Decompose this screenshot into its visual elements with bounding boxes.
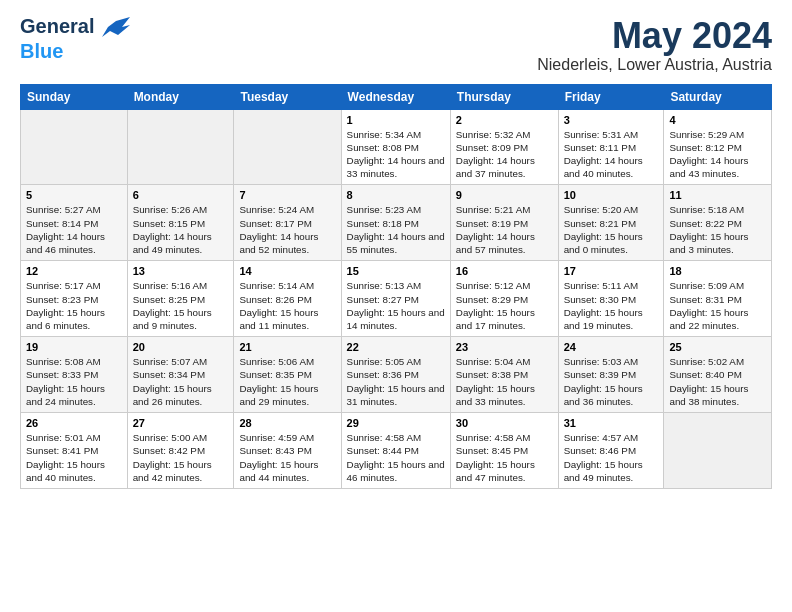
day-info: Sunrise: 5:17 AMSunset: 8:23 PMDaylight:… — [26, 279, 122, 332]
day-number: 7 — [239, 189, 335, 201]
calendar-cell: 9Sunrise: 5:21 AMSunset: 8:19 PMDaylight… — [450, 185, 558, 261]
logo-general: General — [20, 15, 94, 37]
day-info: Sunrise: 5:24 AMSunset: 8:17 PMDaylight:… — [239, 203, 335, 256]
calendar-cell: 29Sunrise: 4:58 AMSunset: 8:44 PMDayligh… — [341, 413, 450, 489]
calendar-cell: 17Sunrise: 5:11 AMSunset: 8:30 PMDayligh… — [558, 261, 664, 337]
day-info: Sunrise: 5:26 AMSunset: 8:15 PMDaylight:… — [133, 203, 229, 256]
calendar-cell: 1Sunrise: 5:34 AMSunset: 8:08 PMDaylight… — [341, 109, 450, 185]
day-number: 24 — [564, 341, 659, 353]
day-info: Sunrise: 5:23 AMSunset: 8:18 PMDaylight:… — [347, 203, 445, 256]
calendar-week-row: 1Sunrise: 5:34 AMSunset: 8:08 PMDaylight… — [21, 109, 772, 185]
day-number: 25 — [669, 341, 766, 353]
calendar-cell: 3Sunrise: 5:31 AMSunset: 8:11 PMDaylight… — [558, 109, 664, 185]
logo-blue: Blue — [20, 40, 63, 62]
day-number: 17 — [564, 265, 659, 277]
day-number: 15 — [347, 265, 445, 277]
day-number: 21 — [239, 341, 335, 353]
day-number: 28 — [239, 417, 335, 429]
day-info: Sunrise: 5:16 AMSunset: 8:25 PMDaylight:… — [133, 279, 229, 332]
day-info: Sunrise: 5:05 AMSunset: 8:36 PMDaylight:… — [347, 355, 445, 408]
calendar-cell: 13Sunrise: 5:16 AMSunset: 8:25 PMDayligh… — [127, 261, 234, 337]
calendar-week-row: 12Sunrise: 5:17 AMSunset: 8:23 PMDayligh… — [21, 261, 772, 337]
day-info: Sunrise: 5:03 AMSunset: 8:39 PMDaylight:… — [564, 355, 659, 408]
calendar-cell: 21Sunrise: 5:06 AMSunset: 8:35 PMDayligh… — [234, 337, 341, 413]
calendar: Sunday Monday Tuesday Wednesday Thursday… — [20, 84, 772, 489]
day-info: Sunrise: 5:14 AMSunset: 8:26 PMDaylight:… — [239, 279, 335, 332]
calendar-week-row: 19Sunrise: 5:08 AMSunset: 8:33 PMDayligh… — [21, 337, 772, 413]
day-number: 1 — [347, 114, 445, 126]
page-subtitle: Niederleis, Lower Austria, Austria — [537, 56, 772, 74]
calendar-header-row: Sunday Monday Tuesday Wednesday Thursday… — [21, 84, 772, 109]
day-number: 5 — [26, 189, 122, 201]
calendar-cell: 28Sunrise: 4:59 AMSunset: 8:43 PMDayligh… — [234, 413, 341, 489]
day-info: Sunrise: 5:29 AMSunset: 8:12 PMDaylight:… — [669, 128, 766, 181]
day-info: Sunrise: 5:21 AMSunset: 8:19 PMDaylight:… — [456, 203, 553, 256]
calendar-week-row: 26Sunrise: 5:01 AMSunset: 8:41 PMDayligh… — [21, 413, 772, 489]
day-number: 23 — [456, 341, 553, 353]
day-number: 8 — [347, 189, 445, 201]
day-number: 18 — [669, 265, 766, 277]
calendar-cell: 25Sunrise: 5:02 AMSunset: 8:40 PMDayligh… — [664, 337, 772, 413]
calendar-cell: 15Sunrise: 5:13 AMSunset: 8:27 PMDayligh… — [341, 261, 450, 337]
day-info: Sunrise: 5:32 AMSunset: 8:09 PMDaylight:… — [456, 128, 553, 181]
col-tuesday: Tuesday — [234, 84, 341, 109]
day-info: Sunrise: 5:13 AMSunset: 8:27 PMDaylight:… — [347, 279, 445, 332]
calendar-cell: 16Sunrise: 5:12 AMSunset: 8:29 PMDayligh… — [450, 261, 558, 337]
day-info: Sunrise: 4:58 AMSunset: 8:45 PMDaylight:… — [456, 431, 553, 484]
day-info: Sunrise: 5:08 AMSunset: 8:33 PMDaylight:… — [26, 355, 122, 408]
day-info: Sunrise: 4:58 AMSunset: 8:44 PMDaylight:… — [347, 431, 445, 484]
day-number: 20 — [133, 341, 229, 353]
day-number: 9 — [456, 189, 553, 201]
day-number: 13 — [133, 265, 229, 277]
day-number: 26 — [26, 417, 122, 429]
calendar-cell: 27Sunrise: 5:00 AMSunset: 8:42 PMDayligh… — [127, 413, 234, 489]
calendar-cell: 22Sunrise: 5:05 AMSunset: 8:36 PMDayligh… — [341, 337, 450, 413]
calendar-cell: 23Sunrise: 5:04 AMSunset: 8:38 PMDayligh… — [450, 337, 558, 413]
day-number: 3 — [564, 114, 659, 126]
day-number: 11 — [669, 189, 766, 201]
calendar-cell: 8Sunrise: 5:23 AMSunset: 8:18 PMDaylight… — [341, 185, 450, 261]
calendar-cell: 26Sunrise: 5:01 AMSunset: 8:41 PMDayligh… — [21, 413, 128, 489]
day-info: Sunrise: 5:18 AMSunset: 8:22 PMDaylight:… — [669, 203, 766, 256]
day-info: Sunrise: 4:59 AMSunset: 8:43 PMDaylight:… — [239, 431, 335, 484]
header: General Blue May 2024 Niederleis, Lower … — [20, 16, 772, 74]
day-number: 2 — [456, 114, 553, 126]
day-number: 16 — [456, 265, 553, 277]
calendar-cell: 11Sunrise: 5:18 AMSunset: 8:22 PMDayligh… — [664, 185, 772, 261]
title-block: May 2024 Niederleis, Lower Austria, Aust… — [537, 16, 772, 74]
day-info: Sunrise: 5:02 AMSunset: 8:40 PMDaylight:… — [669, 355, 766, 408]
day-info: Sunrise: 5:01 AMSunset: 8:41 PMDaylight:… — [26, 431, 122, 484]
calendar-cell: 7Sunrise: 5:24 AMSunset: 8:17 PMDaylight… — [234, 185, 341, 261]
calendar-cell: 10Sunrise: 5:20 AMSunset: 8:21 PMDayligh… — [558, 185, 664, 261]
day-number: 30 — [456, 417, 553, 429]
page-title: May 2024 — [537, 16, 772, 56]
day-number: 22 — [347, 341, 445, 353]
calendar-week-row: 5Sunrise: 5:27 AMSunset: 8:14 PMDaylight… — [21, 185, 772, 261]
day-number: 12 — [26, 265, 122, 277]
calendar-cell: 30Sunrise: 4:58 AMSunset: 8:45 PMDayligh… — [450, 413, 558, 489]
day-number: 6 — [133, 189, 229, 201]
calendar-cell: 14Sunrise: 5:14 AMSunset: 8:26 PMDayligh… — [234, 261, 341, 337]
day-info: Sunrise: 5:00 AMSunset: 8:42 PMDaylight:… — [133, 431, 229, 484]
day-info: Sunrise: 5:07 AMSunset: 8:34 PMDaylight:… — [133, 355, 229, 408]
col-monday: Monday — [127, 84, 234, 109]
day-info: Sunrise: 5:11 AMSunset: 8:30 PMDaylight:… — [564, 279, 659, 332]
calendar-cell — [127, 109, 234, 185]
col-thursday: Thursday — [450, 84, 558, 109]
col-saturday: Saturday — [664, 84, 772, 109]
day-number: 10 — [564, 189, 659, 201]
day-info: Sunrise: 5:31 AMSunset: 8:11 PMDaylight:… — [564, 128, 659, 181]
day-info: Sunrise: 5:20 AMSunset: 8:21 PMDaylight:… — [564, 203, 659, 256]
day-info: Sunrise: 4:57 AMSunset: 8:46 PMDaylight:… — [564, 431, 659, 484]
col-friday: Friday — [558, 84, 664, 109]
day-info: Sunrise: 5:12 AMSunset: 8:29 PMDaylight:… — [456, 279, 553, 332]
calendar-cell: 2Sunrise: 5:32 AMSunset: 8:09 PMDaylight… — [450, 109, 558, 185]
calendar-cell — [21, 109, 128, 185]
calendar-cell: 18Sunrise: 5:09 AMSunset: 8:31 PMDayligh… — [664, 261, 772, 337]
day-number: 14 — [239, 265, 335, 277]
day-info: Sunrise: 5:04 AMSunset: 8:38 PMDaylight:… — [456, 355, 553, 408]
calendar-cell: 31Sunrise: 4:57 AMSunset: 8:46 PMDayligh… — [558, 413, 664, 489]
day-number: 29 — [347, 417, 445, 429]
calendar-cell: 19Sunrise: 5:08 AMSunset: 8:33 PMDayligh… — [21, 337, 128, 413]
day-number: 4 — [669, 114, 766, 126]
